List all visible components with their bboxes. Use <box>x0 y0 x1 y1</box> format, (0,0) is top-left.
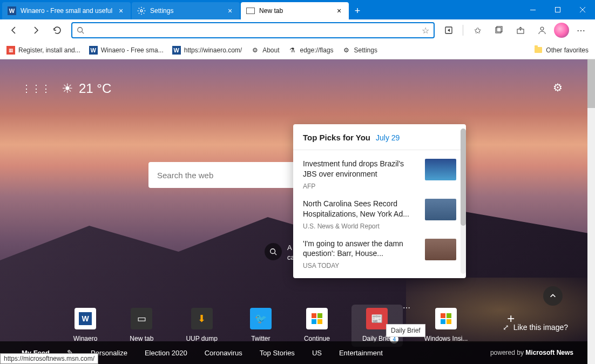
share-button[interactable] <box>511 22 530 39</box>
forward-button[interactable] <box>26 22 45 39</box>
back-button[interactable] <box>4 22 24 39</box>
refresh-button[interactable] <box>48 22 67 39</box>
scroll-up-button[interactable] <box>543 286 563 306</box>
new-tab-button[interactable]: + <box>349 2 366 19</box>
app-grid-icon[interactable]: ⋮⋮⋮ <box>22 83 51 95</box>
nav-top-stories[interactable]: Top Stories <box>260 349 295 357</box>
news-item[interactable]: North Carolina Sees Record Hospitalizati… <box>293 190 466 230</box>
tile-winaero[interactable]: W Winaero <box>73 308 98 342</box>
bookmark-label: edge://flags <box>300 46 334 54</box>
bookmark-winaero[interactable]: W Winaero - Free sma... <box>89 46 164 55</box>
newtab-favicon <box>246 6 255 15</box>
news-thumbnail <box>425 159 456 180</box>
flyout-scrollbar[interactable] <box>461 129 466 274</box>
favorites-button[interactable]: ✩ <box>468 22 487 39</box>
bookmark-label: Other favorites <box>546 46 589 54</box>
minimize-button[interactable] <box>520 0 545 19</box>
news-source: USA TODAY <box>303 262 418 269</box>
bookmark-register[interactable]: ▦ Register, install and... <box>6 46 80 55</box>
winaero-favicon: W <box>172 46 181 55</box>
svg-rect-12 <box>312 319 316 324</box>
nav-us[interactable]: US <box>312 349 322 357</box>
tile-continue[interactable]: Continue <box>304 308 330 342</box>
sun-icon: ☀ <box>62 81 73 96</box>
nav-entertainment[interactable]: Entertainment <box>339 349 383 357</box>
scrollbar-handle[interactable] <box>587 59 595 108</box>
address-input[interactable] <box>87 26 418 35</box>
profile-button[interactable] <box>532 22 552 39</box>
folder-icon <box>534 46 543 55</box>
gear-favicon <box>137 6 146 15</box>
news-item[interactable]: 'I'm going to answer the damn question':… <box>293 230 466 270</box>
svg-point-8 <box>540 27 544 30</box>
tile-newtab[interactable]: ▭ New tab <box>130 308 153 342</box>
news-headline: Investment fund drops Brazil's JBS over … <box>303 159 418 179</box>
tab-label: Settings <box>150 7 221 15</box>
svg-rect-13 <box>317 319 322 324</box>
tab-label: New tab <box>259 7 330 15</box>
tab-newtab[interactable]: New tab × <box>241 2 349 19</box>
tab-winaero[interactable]: W Winaero - Free small and useful × <box>2 2 131 19</box>
new-tab-page: ⋮⋮⋮ ☀ 21 °C ⚙ A sparkling the sand call.… <box>0 59 595 364</box>
tile-uup[interactable]: ⬇ UUP dump <box>186 308 217 342</box>
tile-icon: 📰 <box>366 308 388 329</box>
other-favorites[interactable]: Other favorites <box>534 46 589 55</box>
bookmark-label: About <box>262 46 279 54</box>
bookmark-flags[interactable]: ⚗ edge://flags <box>288 46 334 55</box>
news-headline: 'I'm going to answer the damn question':… <box>303 239 418 259</box>
close-icon[interactable]: × <box>117 6 125 15</box>
nav-coronavirus[interactable]: Coronavirus <box>205 349 242 357</box>
svg-point-9 <box>271 249 275 254</box>
tile-twitter[interactable]: 🐦 Twitter <box>250 308 272 342</box>
bookmark-about[interactable]: ⚙ About <box>251 46 279 55</box>
flyout-title: Top Picks for You <box>303 133 370 142</box>
page-settings-button[interactable]: ⚙ <box>553 81 563 94</box>
tab-settings[interactable]: Settings × <box>132 2 240 19</box>
tile-windows-insider[interactable]: Windows Insi... <box>424 308 468 342</box>
grid-icon: ▦ <box>6 46 15 55</box>
gear-icon: ⚙ <box>251 46 259 55</box>
svg-rect-10 <box>312 313 316 318</box>
expand-icon: ⤢ <box>503 323 509 332</box>
collections-button[interactable] <box>489 22 509 39</box>
svg-point-0 <box>140 10 143 12</box>
winaero-favicon: W <box>8 6 16 15</box>
close-icon[interactable]: × <box>226 6 234 15</box>
tile-icon: ▭ <box>131 308 152 329</box>
tooltip: Daily Brief <box>386 324 425 337</box>
bookmark-label: Winaero - Free sma... <box>101 46 164 54</box>
weather-widget[interactable]: ☀ 21 °C <box>62 81 111 96</box>
news-item[interactable]: Investment fund drops Brazil's JBS over … <box>293 150 466 190</box>
bookmark-label: Register, install and... <box>18 46 80 54</box>
tile-menu-icon[interactable]: ⋯ <box>403 304 410 312</box>
news-source: AFP <box>303 183 418 190</box>
browser-toolbar: ☆ ✩ ⋯ <box>0 19 595 41</box>
bookmark-settings[interactable]: ⚙ Settings <box>342 46 377 55</box>
address-bar[interactable]: ☆ <box>71 22 435 38</box>
maximize-button[interactable] <box>545 0 570 19</box>
close-icon[interactable]: × <box>335 6 343 15</box>
profile-avatar[interactable] <box>554 23 569 38</box>
like-image-button[interactable]: ⤢ Like this image? <box>503 323 568 332</box>
lens-icon <box>265 243 282 260</box>
svg-rect-1 <box>530 10 536 10</box>
svg-rect-16 <box>441 319 445 324</box>
close-window-button[interactable] <box>570 0 595 19</box>
flyout-header: Top Picks for You July 29 <box>293 133 466 150</box>
winaero-favicon: W <box>89 46 98 55</box>
tile-icon: W <box>75 308 96 329</box>
top-picks-flyout: Top Picks for You July 29 Investment fun… <box>293 124 466 278</box>
news-source: U.S. News & World Report <box>303 223 418 230</box>
tile-icon <box>306 308 328 329</box>
send-to-device-button[interactable] <box>439 22 458 39</box>
bookmark-winaero-url[interactable]: W https://winaero.com/ <box>172 46 242 55</box>
nav-election[interactable]: Election 2020 <box>145 349 187 357</box>
tab-label: Winaero - Free small and useful <box>21 7 112 15</box>
gear-icon: ⚙ <box>342 46 351 55</box>
page-scrollbar[interactable] <box>587 59 595 364</box>
favorite-star-icon[interactable]: ☆ <box>422 25 429 36</box>
menu-button[interactable]: ⋯ <box>571 22 591 39</box>
scrollbar-handle[interactable] <box>461 129 466 226</box>
tile-icon <box>435 308 457 329</box>
bookmark-label: Settings <box>354 46 377 54</box>
